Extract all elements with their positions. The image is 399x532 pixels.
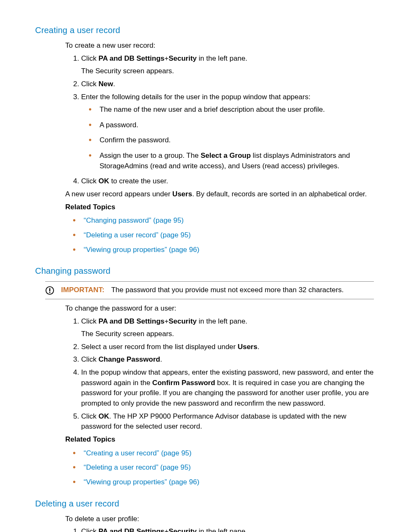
related-topics-list: “Changing password” (page 95) “Deleting …: [73, 216, 374, 255]
list-item: “Viewing group properties” (page 96): [73, 477, 374, 488]
text: Click PA and DB Settings+Security in the…: [81, 527, 247, 532]
link-viewing-group-properties[interactable]: “Viewing group properties” (page 96): [84, 246, 200, 254]
list-item: A password.: [89, 120, 374, 131]
after-note: A new user record appears under Users. B…: [65, 189, 374, 200]
list-item: Confirm the password.: [89, 135, 374, 146]
body-deleting: To delete a user profile: Click PA and D…: [65, 514, 374, 532]
list-item: “Viewing group properties” (page 96): [73, 245, 374, 255]
heading-changing: Changing password: [35, 265, 374, 277]
intro-creating: To create a new user record:: [65, 41, 374, 51]
step-1: Click PA and DB Settings+Security in the…: [81, 527, 374, 532]
step-2: Select a user record from the list displ…: [81, 342, 374, 352]
section-deleting: Deleting a user record To delete a user …: [35, 498, 374, 532]
important-content: IMPORTANT: The password that you provide…: [61, 285, 344, 296]
important-text: The password that you provide must not e…: [111, 286, 344, 294]
text: Click PA and DB Settings+Security in the…: [81, 317, 247, 325]
link-deleting-user-record[interactable]: “Deleting a user record” (page 95): [84, 463, 191, 471]
steps-changing: Click PA and DB Settings+Security in the…: [65, 316, 374, 432]
step-1-sub: The Security screen appears.: [81, 66, 374, 77]
list-item: “Creating a user record” (page 95): [73, 448, 374, 459]
link-changing-password[interactable]: “Changing password” (page 95): [84, 216, 184, 224]
step-5: Click OK. The HP XP P9000 Performance Ad…: [81, 411, 374, 432]
list-item: “Deleting a user record” (page 95): [73, 463, 374, 473]
divider: [45, 299, 374, 299]
page: Creating a user record To create a new u…: [0, 0, 399, 532]
heading-creating: Creating a user record: [35, 24, 374, 36]
link-deleting-user-record[interactable]: “Deleting a user record” (page 95): [84, 231, 191, 239]
popup-details: The name of the new user and a brief des…: [89, 105, 374, 171]
list-item: “Changing password” (page 95): [73, 216, 374, 226]
related-topics-list: “Creating a user record” (page 95) “Dele…: [73, 448, 374, 488]
list-item: Assign the user to a group. The Select a…: [89, 151, 374, 171]
related-topics-heading: Related Topics: [65, 434, 374, 445]
steps-creating: Click PA and DB Settings+Security in the…: [65, 54, 374, 187]
text: Click PA and DB Settings+Security in the…: [81, 54, 247, 62]
svg-rect-2: [49, 292, 51, 293]
step-1: Click PA and DB Settings+Security in the…: [81, 316, 374, 339]
step-1: Click PA and DB Settings+Security in the…: [81, 54, 374, 77]
important-row: IMPORTANT: The password that you provide…: [45, 282, 374, 299]
svg-rect-1: [49, 288, 51, 291]
body-creating: To create a new user record: Click PA an…: [65, 41, 374, 255]
important-block: IMPORTANT: The password that you provide…: [45, 281, 374, 299]
link-viewing-group-properties[interactable]: “Viewing group properties” (page 96): [84, 478, 200, 486]
section-changing: Changing password IMPORTANT: The passwor…: [35, 265, 374, 487]
list-item: “Deleting a user record” (page 95): [73, 230, 374, 241]
section-creating: Creating a user record To create a new u…: [35, 24, 374, 255]
body-changing: To change the password for a user: Click…: [65, 303, 374, 488]
important-icon: [45, 286, 54, 295]
heading-deleting: Deleting a user record: [35, 498, 374, 510]
intro-deleting: To delete a user profile:: [65, 514, 374, 524]
step-4: In the popup window that appears, enter …: [81, 368, 374, 409]
step-3: Enter the following details for the user…: [81, 92, 374, 172]
link-creating-user-record[interactable]: “Creating a user record” (page 95): [84, 449, 192, 457]
step-3: Click Change Password.: [81, 355, 374, 365]
important-label: IMPORTANT:: [61, 286, 105, 294]
steps-deleting: Click PA and DB Settings+Security in the…: [65, 527, 374, 532]
related-topics-heading: Related Topics: [65, 202, 374, 213]
step-1-sub: The Security screen appears.: [81, 329, 374, 339]
step-2: Click New.: [81, 79, 374, 90]
list-item: The name of the new user and a brief des…: [89, 105, 374, 115]
intro-changing: To change the password for a user:: [65, 303, 374, 314]
step-4: Click OK to create the user.: [81, 176, 374, 187]
